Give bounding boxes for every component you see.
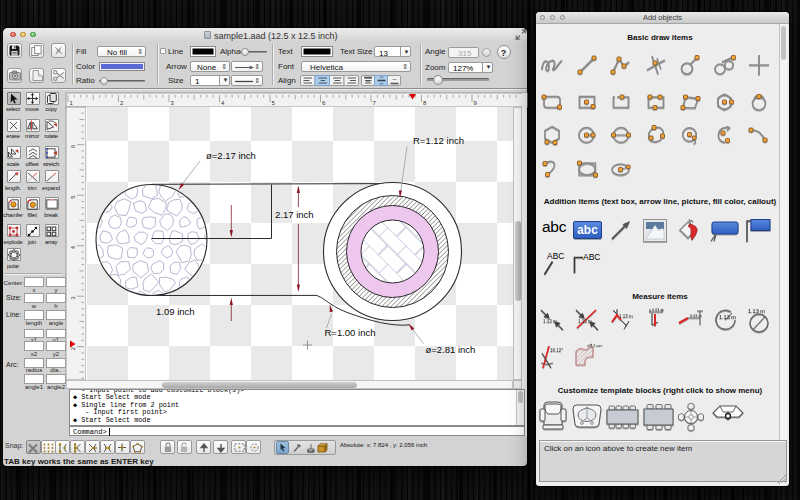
svg-text:0.63 m: 0.63 m (690, 314, 702, 318)
svg-text:16.12°: 16.12° (550, 348, 563, 353)
svg-text:0.63 m: 0.63 m (652, 308, 664, 312)
svg-text:3.2 cm²: 3.2 cm² (590, 344, 603, 348)
svg-text:ø=2.17 inch: ø=2.17 inch (206, 150, 256, 161)
svg-text:1.13 m: 1.13 m (578, 319, 592, 324)
svg-text:R=1.12 inch: R=1.12 inch (413, 135, 464, 146)
svg-text:2.17 inch: 2.17 inch (275, 209, 314, 220)
svg-text:ø=2.81 inch: ø=2.81 inch (426, 344, 476, 355)
svg-text:1.09 inch: 1.09 inch (156, 306, 195, 317)
svg-text:1.13 m: 1.13 m (748, 308, 765, 314)
svg-text:TOP: TOP (307, 449, 315, 453)
svg-text:1.13 m: 1.13 m (619, 314, 633, 319)
svg-text:1.13 m: 1.13 m (543, 319, 557, 324)
svg-text:1.13 m: 1.13 m (719, 314, 736, 320)
svg-text:R=1.00 inch: R=1.00 inch (325, 327, 376, 338)
